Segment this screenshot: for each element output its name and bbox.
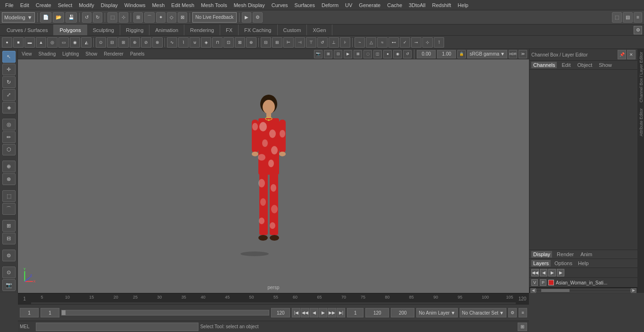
frame-display-field[interactable]: 1 [347,308,363,317]
max-frame-end-field[interactable]: 200 [391,308,414,317]
tab-fx-caching[interactable]: FX Caching [239,24,277,35]
vp-menu-lighting[interactable]: Lighting [60,51,81,57]
show-manip-lt[interactable]: ⊕ [2,161,16,172]
snap-to-surface-button[interactable]: ◇ [167,12,176,23]
menu-help[interactable]: Help [454,1,472,9]
vp-menu-panels[interactable]: Panels [128,51,147,57]
isolate-select-btn[interactable]: ⊠ [354,50,362,58]
timeline-track[interactable]: 5 10 15 20 25 30 35 40 45 50 55 60 65 70… [31,293,516,304]
color-space-dropdown[interactable]: sRGB gamma ▼ [467,50,507,58]
plane-icon-btn[interactable]: ▭ [58,37,69,48]
step-back-button[interactable]: ◀◀ [301,308,309,317]
menu-mesh-display[interactable]: Mesh Display [231,1,268,9]
tab-settings-icon[interactable]: ⚙ [634,26,642,34]
layer-horizontal-scrollbar[interactable]: ◀ ▶ [529,287,637,293]
combine-btn[interactable]: ⊠ [235,37,245,48]
soft-select-lt[interactable]: ◎ [2,119,16,130]
timeline[interactable]: 1 5 10 15 20 25 30 35 40 45 50 55 60 65 [18,293,529,304]
layer-icon-4[interactable]: ▶ [557,269,564,276]
tab-fx[interactable]: FX [220,24,239,35]
cube-icon-btn[interactable]: ■ [13,37,24,48]
play-back-button[interactable]: ◀ [310,308,318,317]
camera-sel-btn[interactable]: 📷 [314,50,322,58]
wedge-btn[interactable]: ⊦ [340,37,350,48]
cone-icon-btn[interactable]: ▲ [36,37,46,48]
insert-edge-btn[interactable]: ⊟ [261,37,271,48]
save-scene-button[interactable]: 💾 [66,12,77,23]
menu-curves[interactable]: Curves [268,1,291,9]
menu-redshift[interactable]: Redshift [429,1,454,9]
command-input[interactable] [36,323,198,331]
sphere-icon-btn[interactable]: ● [2,37,12,48]
menu-create[interactable]: Create [33,1,55,9]
anim-layer-dropdown[interactable]: No Anim Layer ▼ [416,308,458,317]
ep-curve-btn[interactable]: ⌇ [178,37,189,48]
tab-custom[interactable]: Custom [278,24,307,35]
layer-tab-display[interactable]: Display [531,251,552,258]
reduce-btn[interactable]: ⊸ [411,37,421,48]
select-tool-button[interactable]: ⬚ [107,12,117,23]
gear-shape-btn[interactable]: ⊗ [152,37,163,48]
bridge-btn[interactable]: ⊓ [212,37,223,48]
coord-x-field[interactable]: 0.00 [417,50,436,58]
layer-icon-2[interactable]: ◀ [540,269,547,276]
end-frame-field[interactable]: 120 [271,308,290,317]
tab-animation[interactable]: Animation [149,24,184,35]
display-settings-button[interactable]: ⬚ [612,12,622,23]
tab-curves-surfaces[interactable]: Curves / Surfaces [1,24,54,35]
offset-edge-btn[interactable]: ⊞ [272,37,282,48]
menu-3dtoall[interactable]: 3DtoAll [405,1,429,9]
last-used-tool-lt[interactable]: ◈ [2,102,16,113]
menu-mesh-tools[interactable]: Mesh Tools [198,1,230,9]
coord-y-field[interactable]: 1.00 [437,50,456,58]
lasso-select-button[interactable]: ⊹ [119,12,128,23]
connect-btn[interactable]: ⊢ [283,37,294,48]
torus-icon-btn[interactable]: ◎ [47,37,58,48]
attribute-editor-side-label[interactable]: Attribute Editor [637,105,644,139]
menu-modify[interactable]: Modify [75,1,97,9]
fill-hole-btn[interactable]: ⊡ [223,37,234,48]
go-to-end-button[interactable]: ▶| [337,308,345,317]
char-set-dropdown[interactable]: No Character Set ▼ [460,308,506,317]
vp-menu-shading[interactable]: Shading [37,51,58,57]
vp-menu-renderer[interactable]: Renderer [102,51,125,57]
mirror-btn[interactable]: ⊷ [388,37,399,48]
snap-points-lt[interactable]: ⊙ [2,267,16,278]
layer-icon-3[interactable]: ▶ [548,269,556,276]
go-to-start-button[interactable]: |◀ [292,308,300,317]
snap-to-point-button[interactable]: ✦ [156,12,165,23]
tab-sculpting[interactable]: Sculpting [87,24,120,35]
xray-btn[interactable]: ◌ [363,50,372,58]
prism-icon-btn[interactable]: ◭ [81,37,91,48]
channel-box-pin-btn[interactable]: 📌 [618,50,626,59]
max-frame-field[interactable]: 120 [365,308,389,317]
bevel-btn[interactable]: ◈ [201,37,211,48]
hdr-icon[interactable]: HDR [509,50,517,58]
vp-menu-show[interactable]: Show [83,51,99,57]
snap-to-grid-button[interactable]: ⊞ [133,12,143,23]
target-weld-btn[interactable]: ⊺ [434,37,444,48]
menu-file[interactable]: File [2,1,17,9]
channel-box-close-btn[interactable]: ✕ [627,50,636,59]
scroll-left-btn[interactable]: ◀ [530,288,536,293]
triangulate-btn[interactable]: △ [366,37,376,48]
shaded-btn[interactable]: ● [383,50,392,58]
pipe-icon-btn[interactable]: ⊕ [130,37,140,48]
menu-surfaces[interactable]: Surfaces [291,1,318,9]
menu-deform[interactable]: Deform [318,1,342,9]
undo-button[interactable]: ↺ [82,12,91,23]
menu-select[interactable]: Select [55,1,76,9]
cylinder-icon-btn[interactable]: ▬ [25,37,35,48]
cb-tab-object[interactable]: Object [575,62,594,68]
select-tool-lt[interactable]: ↖ [2,51,16,63]
play-forward-button[interactable]: ▶ [319,308,327,317]
menu-generate[interactable]: Generate [355,1,384,9]
new-scene-button[interactable]: 📄 [40,12,51,23]
step-forward-button[interactable]: ▶▶ [328,308,336,317]
redo-button[interactable]: ↻ [93,12,102,23]
marquee-select-lt[interactable]: ⬚ [2,190,16,202]
resolution-gate-btn[interactable]: ⊡ [334,50,342,58]
preserve-uvs-lt[interactable]: ⊟ [2,233,16,244]
render-settings-button[interactable]: ⚙ [253,12,263,23]
plugin-manager-button[interactable]: ▤ [623,12,633,23]
